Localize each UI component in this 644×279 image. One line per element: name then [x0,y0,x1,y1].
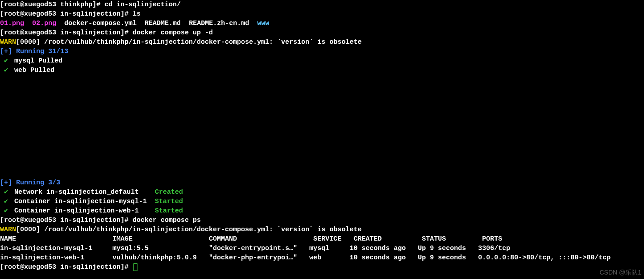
cmd-line: [root@xuegod53 in-sqlinjection]# ls [0,9,644,19]
cursor-icon [133,263,137,271]
blank [0,169,644,178]
blank [0,141,644,150]
prompt-line[interactable]: [root@xuegod53 in-sqlinjection]# [0,262,644,272]
blank [0,84,644,94]
check-icon: ✔ [4,66,10,75]
status-line: ✔ Container in-sqlinjection-mysql-1 Star… [0,197,644,206]
table-row: in-sqlinjection-web-1 vulhub/thinkphp:5.… [0,253,644,262]
blank [0,94,644,103]
blank [0,122,644,131]
blank [0,131,644,141]
running-status: [+] Running 31/13 [0,47,644,56]
blank [0,103,644,112]
status-line: ✔ Container in-sqlinjection-web-1 Starte… [0,206,644,216]
check-icon: ✔ [4,56,10,66]
cmd-line: [root@xuegod53 in-sqlinjection]# docker … [0,216,644,225]
blank [0,112,644,122]
blank [0,159,644,169]
terminal-output: [root@xuegod53 thinkphp]# cd in-sqlinjec… [0,0,644,272]
blank [0,75,644,84]
warn-line: WARN[0000] /root/vulhub/thinkphp/in-sqli… [0,37,644,47]
check-icon: ✔ [4,206,10,216]
check-icon: ✔ [4,187,10,197]
pull-line: ✔ web Pulled [0,66,644,75]
table-row: in-sqlinjection-mysql-1 mysql:5.5 "docke… [0,244,644,253]
running-status: [+] Running 3/3 [0,178,644,187]
pull-line: ✔ mysql Pulled [0,56,644,66]
cmd-line: [root@xuegod53 thinkphp]# cd in-sqlinjec… [0,0,644,9]
blank [0,150,644,159]
check-icon: ✔ [4,197,10,206]
cmd-line: [root@xuegod53 in-sqlinjection]# docker … [0,28,644,37]
status-line: ✔ Network in-sqlinjection_default Create… [0,187,644,197]
ls-output: 01.png 02.png docker-compose.yml README.… [0,19,644,28]
watermark: CSDN @乐队1 [599,268,641,277]
table-header: NAME IMAGE COMMAND SERVICE CREATED STATU… [0,234,644,244]
warn-line: WARN[0000] /root/vulhub/thinkphp/in-sqli… [0,225,644,234]
